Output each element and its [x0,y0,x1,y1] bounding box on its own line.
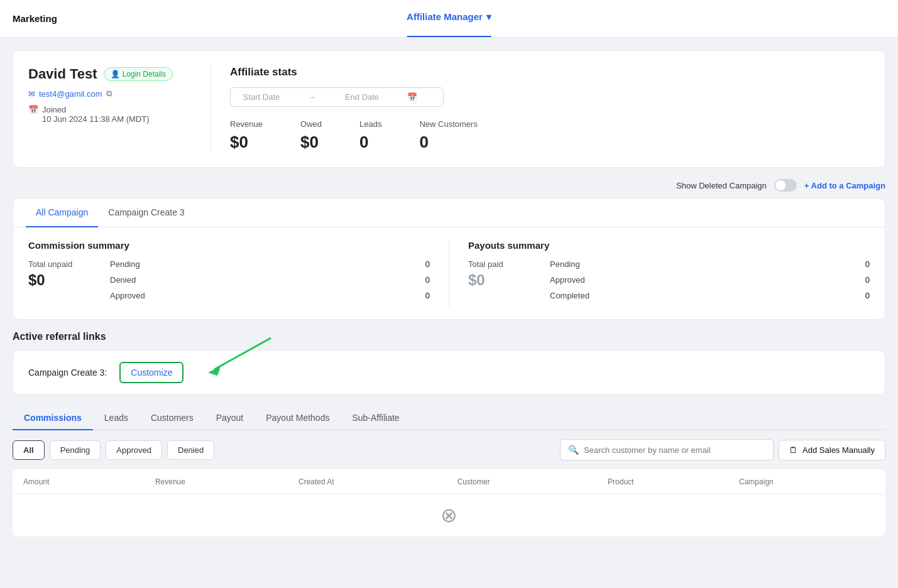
approved-value: 0 [425,291,430,300]
payout-completed-label: Completed [550,291,589,300]
revenue-value: $0 [230,133,263,152]
main-content: David Test 👤 Login Details ✉ test4@gamil… [0,38,898,549]
commission-title: Commission summary [28,240,430,251]
payout-approved-value: 0 [865,275,870,285]
filter-row: All Pending Approved Denied 🔍 🗒 Add Sale… [13,439,885,460]
payout-left: Total paid $0 [468,259,537,289]
affiliate-manager-label: Affiliate Manager [407,11,483,22]
stat-owed: Owed $0 [300,119,322,152]
empty-icon: ⊗ [441,504,457,526]
approved-label: Approved [110,291,145,300]
filter-all-btn[interactable]: All [13,440,45,460]
filter-approved-btn[interactable]: Approved [106,440,162,460]
tab-customers[interactable]: Customers [140,406,205,430]
calendar-icon: 📅 [28,105,38,114]
add-campaign-button[interactable]: + Add to a Campaign [804,181,885,190]
col-customer: Customer [447,470,598,494]
leads-value: 0 [359,133,381,152]
new-customers-value: 0 [419,133,477,152]
email-icon: ✉ [28,89,35,99]
profile-email-row: ✉ test4@gamil.com ⧉ [28,89,192,99]
revenue-label: Revenue [230,119,263,129]
start-date-placeholder: Start Date [239,92,283,102]
campaign-card: All Campaign Campaign Create 3 Commissio… [13,198,885,320]
payout-completed-row: Completed 0 [550,291,870,300]
col-amount: Amount [13,470,145,494]
stats-title: Affiliate stats [230,66,870,79]
col-campaign: Campaign [729,470,885,494]
tab-leads[interactable]: Leads [93,406,140,430]
filter-denied-btn[interactable]: Denied [167,440,214,460]
profile-joined-row: 📅 Joined 10 Jun 2024 11:38 AM (MDT) [28,105,192,124]
copy-icon[interactable]: ⧉ [106,89,112,99]
stats-section: Affiliate stats Start Date → End Date 📅 … [211,66,870,152]
profile-name: David Test [28,66,97,82]
search-input[interactable] [584,445,765,455]
payout-pending-value: 0 [865,259,870,269]
arrow-icon: → [290,92,334,102]
tab-payout[interactable]: Payout [205,406,255,430]
leads-label: Leads [359,119,381,129]
affiliate-manager-tab[interactable]: Affiliate Manager ▾ [407,0,491,37]
commission-approved-row: Approved 0 [110,291,430,300]
chevron-down-icon: ▾ [486,11,491,23]
tab-sub-affiliate[interactable]: Sub-Affiliate [341,406,410,430]
stats-values: Revenue $0 Owed $0 Leads 0 New Customers… [230,119,870,152]
denied-value: 0 [425,275,430,285]
customize-button[interactable]: Customize [119,362,183,383]
profile-section: David Test 👤 Login Details ✉ test4@gamil… [28,66,192,152]
total-unpaid-label: Total unpaid [28,259,97,269]
payout-approved-row: Approved 0 [550,275,870,285]
tab-campaign-create-3[interactable]: Campaign Create 3 [98,199,194,227]
stat-new-customers: New Customers 0 [419,119,477,152]
pending-label: Pending [110,259,140,269]
owed-value: $0 [300,133,322,152]
add-sales-button[interactable]: 🗒 Add Sales Manually [779,440,885,460]
stat-leads: Leads 0 [359,119,381,152]
referral-section: Active referral links Campaign Create 3:… [13,331,885,395]
payout-right: Pending 0 Approved 0 Completed 0 [550,259,870,307]
tab-payout-methods[interactable]: Payout Methods [255,406,341,430]
commission-pending-row: Pending 0 [110,259,430,269]
show-deleted-toggle[interactable] [774,179,797,192]
svg-line-0 [214,338,271,369]
profile-email-link[interactable]: test4@gamil.com [39,89,102,99]
calendar-range-icon: 📅 [390,92,434,102]
tab-all-campaign[interactable]: All Campaign [26,199,98,227]
svg-marker-1 [208,366,221,376]
search-icon: 🔍 [568,445,579,455]
filter-pending-btn[interactable]: Pending [50,440,101,460]
add-sales-label: Add Sales Manually [802,445,875,455]
joined-label: Joined [42,105,150,114]
commissions-table: Amount Revenue Created At Customer Produ… [13,469,885,536]
referral-campaign-name: Campaign Create 3: [28,368,107,378]
search-input-wrap[interactable]: 🔍 [560,439,774,460]
referral-title: Active referral links [13,331,885,342]
col-created-at: Created At [288,470,447,494]
empty-state: ⊗ [13,494,885,536]
payout-approved-label: Approved [550,275,585,285]
toolbar-row: Show Deleted Campaign + Add to a Campaig… [13,179,885,192]
top-nav: Marketing Affiliate Manager ▾ [0,0,898,38]
profile-name-row: David Test 👤 Login Details [28,66,192,82]
tab-commissions[interactable]: Commissions [13,406,93,430]
marketing-label: Marketing [13,13,57,24]
total-paid-value: $0 [468,271,537,289]
referral-card: Campaign Create 3: Customize [13,350,885,395]
total-unpaid-value: $0 [28,271,97,289]
person-icon: 👤 [111,70,120,79]
login-badge-btn[interactable]: 👤 Login Details [104,67,173,81]
commission-denied-row: Denied 0 [110,275,430,285]
joined-date: 10 Jun 2024 11:38 AM (MDT) [42,114,150,124]
payout-title: Payouts summary [468,240,870,251]
date-range-row[interactable]: Start Date → End Date 📅 [230,87,444,107]
payout-completed-value: 0 [865,291,870,300]
total-paid-label: Total paid [468,259,537,269]
bottom-tabs: Commissions Leads Customers Payout Payou… [13,406,885,430]
col-revenue: Revenue [145,470,288,494]
commission-right: Pending 0 Denied 0 Approved 0 [110,259,430,307]
show-deleted-label: Show Deleted Campaign [676,181,767,190]
commission-summary: Commission summary Total unpaid $0 Pendi… [28,240,449,307]
login-badge-label: Login Details [123,70,166,79]
commission-summary-row: Total unpaid $0 Pending 0 Denied 0 [28,259,430,307]
